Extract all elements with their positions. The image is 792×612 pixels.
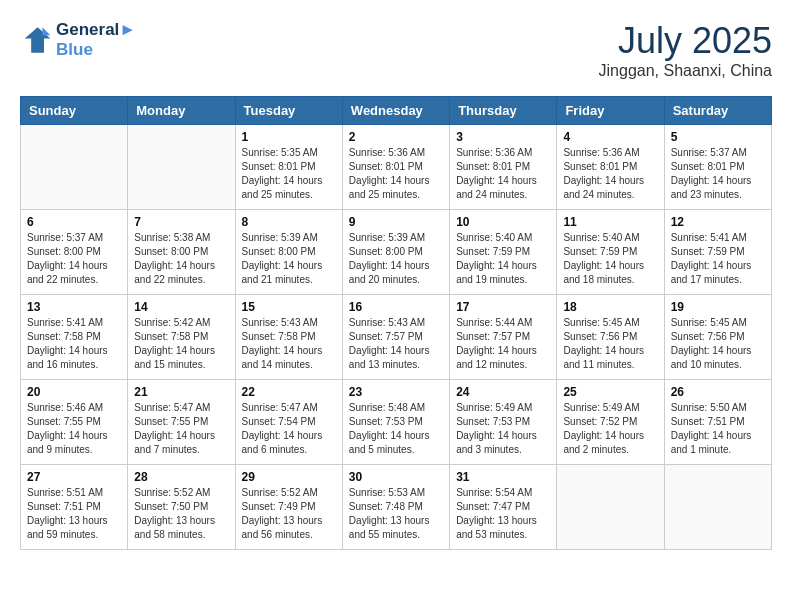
calendar-table: SundayMondayTuesdayWednesdayThursdayFrid… — [20, 96, 772, 550]
calendar-cell: 4Sunrise: 5:36 AMSunset: 8:01 PMDaylight… — [557, 125, 664, 210]
day-number: 8 — [242, 215, 336, 229]
day-number: 13 — [27, 300, 121, 314]
day-number: 23 — [349, 385, 443, 399]
day-number: 20 — [27, 385, 121, 399]
logo-text: General► Blue — [56, 20, 136, 60]
day-info: Sunrise: 5:50 AMSunset: 7:51 PMDaylight:… — [671, 401, 765, 457]
calendar-cell: 19Sunrise: 5:45 AMSunset: 7:56 PMDayligh… — [664, 295, 771, 380]
calendar-cell: 21Sunrise: 5:47 AMSunset: 7:55 PMDayligh… — [128, 380, 235, 465]
day-info: Sunrise: 5:52 AMSunset: 7:50 PMDaylight:… — [134, 486, 228, 542]
calendar-cell: 17Sunrise: 5:44 AMSunset: 7:57 PMDayligh… — [450, 295, 557, 380]
week-row-3: 20Sunrise: 5:46 AMSunset: 7:55 PMDayligh… — [21, 380, 772, 465]
day-number: 21 — [134, 385, 228, 399]
calendar-cell: 11Sunrise: 5:40 AMSunset: 7:59 PMDayligh… — [557, 210, 664, 295]
day-number: 16 — [349, 300, 443, 314]
calendar-cell: 27Sunrise: 5:51 AMSunset: 7:51 PMDayligh… — [21, 465, 128, 550]
calendar-cell: 10Sunrise: 5:40 AMSunset: 7:59 PMDayligh… — [450, 210, 557, 295]
week-row-0: 1Sunrise: 5:35 AMSunset: 8:01 PMDaylight… — [21, 125, 772, 210]
header-wednesday: Wednesday — [342, 97, 449, 125]
day-info: Sunrise: 5:47 AMSunset: 7:54 PMDaylight:… — [242, 401, 336, 457]
calendar-cell — [21, 125, 128, 210]
day-number: 15 — [242, 300, 336, 314]
day-number: 5 — [671, 130, 765, 144]
day-info: Sunrise: 5:43 AMSunset: 7:58 PMDaylight:… — [242, 316, 336, 372]
day-info: Sunrise: 5:54 AMSunset: 7:47 PMDaylight:… — [456, 486, 550, 542]
calendar-cell: 22Sunrise: 5:47 AMSunset: 7:54 PMDayligh… — [235, 380, 342, 465]
day-number: 28 — [134, 470, 228, 484]
day-info: Sunrise: 5:45 AMSunset: 7:56 PMDaylight:… — [671, 316, 765, 372]
calendar-cell: 31Sunrise: 5:54 AMSunset: 7:47 PMDayligh… — [450, 465, 557, 550]
day-number: 10 — [456, 215, 550, 229]
title-block: July 2025 Jinggan, Shaanxi, China — [599, 20, 772, 80]
day-info: Sunrise: 5:42 AMSunset: 7:58 PMDaylight:… — [134, 316, 228, 372]
day-number: 18 — [563, 300, 657, 314]
day-number: 2 — [349, 130, 443, 144]
header-sunday: Sunday — [21, 97, 128, 125]
day-number: 11 — [563, 215, 657, 229]
day-info: Sunrise: 5:36 AMSunset: 8:01 PMDaylight:… — [456, 146, 550, 202]
calendar-cell: 1Sunrise: 5:35 AMSunset: 8:01 PMDaylight… — [235, 125, 342, 210]
day-number: 9 — [349, 215, 443, 229]
day-number: 22 — [242, 385, 336, 399]
calendar-cell: 26Sunrise: 5:50 AMSunset: 7:51 PMDayligh… — [664, 380, 771, 465]
day-info: Sunrise: 5:38 AMSunset: 8:00 PMDaylight:… — [134, 231, 228, 287]
day-number: 31 — [456, 470, 550, 484]
calendar-cell: 30Sunrise: 5:53 AMSunset: 7:48 PMDayligh… — [342, 465, 449, 550]
day-info: Sunrise: 5:39 AMSunset: 8:00 PMDaylight:… — [242, 231, 336, 287]
day-number: 26 — [671, 385, 765, 399]
svg-marker-0 — [25, 27, 51, 53]
calendar-cell: 2Sunrise: 5:36 AMSunset: 8:01 PMDaylight… — [342, 125, 449, 210]
day-info: Sunrise: 5:41 AMSunset: 7:58 PMDaylight:… — [27, 316, 121, 372]
day-info: Sunrise: 5:53 AMSunset: 7:48 PMDaylight:… — [349, 486, 443, 542]
day-number: 7 — [134, 215, 228, 229]
day-info: Sunrise: 5:51 AMSunset: 7:51 PMDaylight:… — [27, 486, 121, 542]
header-saturday: Saturday — [664, 97, 771, 125]
calendar-cell: 6Sunrise: 5:37 AMSunset: 8:00 PMDaylight… — [21, 210, 128, 295]
calendar-cell — [664, 465, 771, 550]
calendar-cell: 12Sunrise: 5:41 AMSunset: 7:59 PMDayligh… — [664, 210, 771, 295]
day-info: Sunrise: 5:49 AMSunset: 7:53 PMDaylight:… — [456, 401, 550, 457]
calendar-cell: 15Sunrise: 5:43 AMSunset: 7:58 PMDayligh… — [235, 295, 342, 380]
week-row-1: 6Sunrise: 5:37 AMSunset: 8:00 PMDaylight… — [21, 210, 772, 295]
calendar-cell: 25Sunrise: 5:49 AMSunset: 7:52 PMDayligh… — [557, 380, 664, 465]
calendar-cell: 5Sunrise: 5:37 AMSunset: 8:01 PMDaylight… — [664, 125, 771, 210]
logo-icon — [20, 24, 52, 56]
day-number: 4 — [563, 130, 657, 144]
logo: General► Blue — [20, 20, 136, 60]
day-info: Sunrise: 5:52 AMSunset: 7:49 PMDaylight:… — [242, 486, 336, 542]
day-number: 19 — [671, 300, 765, 314]
day-info: Sunrise: 5:40 AMSunset: 7:59 PMDaylight:… — [456, 231, 550, 287]
calendar-cell: 28Sunrise: 5:52 AMSunset: 7:50 PMDayligh… — [128, 465, 235, 550]
calendar-cell: 14Sunrise: 5:42 AMSunset: 7:58 PMDayligh… — [128, 295, 235, 380]
calendar-cell: 24Sunrise: 5:49 AMSunset: 7:53 PMDayligh… — [450, 380, 557, 465]
day-info: Sunrise: 5:36 AMSunset: 8:01 PMDaylight:… — [563, 146, 657, 202]
day-info: Sunrise: 5:37 AMSunset: 8:01 PMDaylight:… — [671, 146, 765, 202]
svg-marker-1 — [42, 27, 50, 35]
calendar-cell: 7Sunrise: 5:38 AMSunset: 8:00 PMDaylight… — [128, 210, 235, 295]
calendar-cell — [557, 465, 664, 550]
day-info: Sunrise: 5:43 AMSunset: 7:57 PMDaylight:… — [349, 316, 443, 372]
calendar-cell: 18Sunrise: 5:45 AMSunset: 7:56 PMDayligh… — [557, 295, 664, 380]
day-number: 27 — [27, 470, 121, 484]
calendar-cell: 23Sunrise: 5:48 AMSunset: 7:53 PMDayligh… — [342, 380, 449, 465]
day-number: 1 — [242, 130, 336, 144]
day-number: 24 — [456, 385, 550, 399]
month-year-title: July 2025 — [599, 20, 772, 62]
day-number: 30 — [349, 470, 443, 484]
day-info: Sunrise: 5:46 AMSunset: 7:55 PMDaylight:… — [27, 401, 121, 457]
calendar-cell — [128, 125, 235, 210]
day-info: Sunrise: 5:49 AMSunset: 7:52 PMDaylight:… — [563, 401, 657, 457]
day-info: Sunrise: 5:41 AMSunset: 7:59 PMDaylight:… — [671, 231, 765, 287]
day-number: 6 — [27, 215, 121, 229]
week-row-4: 27Sunrise: 5:51 AMSunset: 7:51 PMDayligh… — [21, 465, 772, 550]
header-friday: Friday — [557, 97, 664, 125]
calendar-cell: 9Sunrise: 5:39 AMSunset: 8:00 PMDaylight… — [342, 210, 449, 295]
calendar-header-row: SundayMondayTuesdayWednesdayThursdayFrid… — [21, 97, 772, 125]
calendar-cell: 3Sunrise: 5:36 AMSunset: 8:01 PMDaylight… — [450, 125, 557, 210]
location-subtitle: Jinggan, Shaanxi, China — [599, 62, 772, 80]
day-info: Sunrise: 5:44 AMSunset: 7:57 PMDaylight:… — [456, 316, 550, 372]
day-info: Sunrise: 5:48 AMSunset: 7:53 PMDaylight:… — [349, 401, 443, 457]
day-info: Sunrise: 5:37 AMSunset: 8:00 PMDaylight:… — [27, 231, 121, 287]
header-thursday: Thursday — [450, 97, 557, 125]
day-info: Sunrise: 5:36 AMSunset: 8:01 PMDaylight:… — [349, 146, 443, 202]
